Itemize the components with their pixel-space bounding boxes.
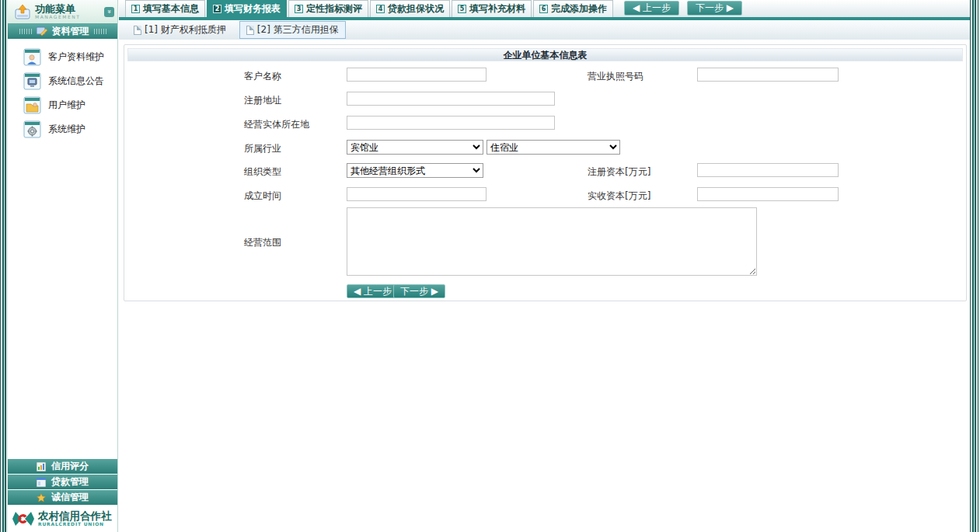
business-license-label: 营业执照号码 bbox=[588, 70, 643, 83]
tab-number-icon: 6 bbox=[539, 5, 548, 13]
tab-number-icon: 4 bbox=[376, 5, 385, 13]
org-logo-area: 农村信用合作社 RURALCREDIT UNION bbox=[8, 505, 117, 532]
entity-location-input[interactable] bbox=[347, 116, 555, 130]
sidebar-spacer bbox=[8, 141, 117, 458]
tab-qualitative-evaluation[interactable]: 3 定性指标测评 bbox=[288, 0, 368, 17]
user-folder-window-icon bbox=[23, 96, 41, 114]
subtab-label: [1] 财产权利抵质押 bbox=[145, 23, 226, 37]
sidebar-item-label: 系统维护 bbox=[48, 123, 85, 136]
business-license-input[interactable] bbox=[697, 68, 839, 82]
paidin-capital-input[interactable] bbox=[697, 187, 839, 201]
tab-number-icon: 1 bbox=[131, 5, 140, 13]
sidebar-menu: 客户资料维护 系统信息公告 用户维护 bbox=[8, 39, 117, 141]
subtab-property-rights-pledge[interactable]: [1] 财产权利抵质押 bbox=[127, 21, 233, 39]
founding-time-input[interactable] bbox=[347, 187, 487, 201]
sidebar-section-integrity-management[interactable]: 诚信管理 bbox=[8, 490, 117, 505]
tab-loan-guarantee-status[interactable]: 4 贷款担保状况 bbox=[370, 0, 450, 17]
next-step-button-bottom[interactable]: 下一步 ▶ bbox=[393, 284, 445, 298]
rural-credit-union-logo bbox=[12, 508, 35, 530]
collapse-chevron-icon[interactable]: » bbox=[104, 7, 114, 17]
function-menu-icon bbox=[14, 3, 31, 20]
form-title: 企业单位基本信息表 bbox=[127, 48, 963, 61]
edit-card-icon bbox=[37, 26, 47, 36]
sidebar-section-loan-management[interactable]: 贷款管理 bbox=[8, 475, 117, 489]
org-name: 农村信用合作社 bbox=[38, 510, 112, 522]
sidebar-item-system-maintenance[interactable]: 系统维护 bbox=[8, 117, 117, 141]
sidebar: 功能菜单 MANAGEMENT » 资料管理 客户资料维 bbox=[8, 0, 118, 532]
industry-category-select[interactable]: 宾馆业 bbox=[347, 140, 483, 155]
business-scope-textarea[interactable] bbox=[347, 207, 757, 276]
main-content: 1 填写基本信息 2 填写财务报表 3 定性指标测评 4 贷款担保状况 5 填写… bbox=[119, 0, 970, 532]
document-icon bbox=[246, 26, 254, 35]
sidebar-item-label: 用户维护 bbox=[48, 99, 85, 112]
tab-fill-basic-info[interactable]: 1 填写基本信息 bbox=[125, 0, 205, 17]
business-scope-label: 经营范围 bbox=[244, 236, 281, 249]
founding-time-label: 成立时间 bbox=[244, 190, 281, 203]
sidebar-item-label: 系统信息公告 bbox=[48, 75, 104, 88]
paidin-capital-label: 实收资本[万元] bbox=[588, 190, 650, 203]
industry-label: 所属行业 bbox=[244, 142, 281, 155]
tab-fill-financial-statements[interactable]: 2 填写财务报表 bbox=[207, 0, 287, 17]
industry-subcategory-select[interactable]: 住宿业 bbox=[487, 140, 620, 155]
guarantee-subtab-bar: [1] 财产权利抵质押 [2] 第三方信用担保 bbox=[119, 20, 970, 40]
monitor-window-icon bbox=[23, 72, 41, 90]
sidebar-item-customer-data-maintenance[interactable]: 客户资料维护 bbox=[8, 45, 117, 69]
wizard-tab-bar: 1 填写基本信息 2 填写财务报表 3 定性指标测评 4 贷款担保状况 5 填写… bbox=[119, 0, 970, 20]
subtab-label: [2] 第三方信用担保 bbox=[257, 23, 339, 37]
tab-label: 填写基本信息 bbox=[143, 2, 199, 16]
subtab-third-party-credit-guarantee[interactable]: [2] 第三方信用担保 bbox=[239, 21, 346, 39]
customer-name-label: 客户名称 bbox=[244, 70, 281, 83]
sidebar-subtitle: MANAGEMENT bbox=[35, 15, 100, 19]
tab-label: 完成添加操作 bbox=[551, 2, 607, 16]
tab-label: 贷款担保状况 bbox=[388, 2, 444, 16]
gear-window-icon bbox=[23, 120, 41, 138]
sidebar-item-system-announcements[interactable]: 系统信息公告 bbox=[8, 69, 117, 93]
app-window: 功能菜单 MANAGEMENT » 资料管理 客户资料维 bbox=[0, 0, 980, 532]
sidebar-section-label: 信用评分 bbox=[51, 460, 89, 473]
entity-location-label: 经营实体所在地 bbox=[244, 118, 309, 131]
sidebar-header: 功能菜单 MANAGEMENT » bbox=[8, 0, 117, 23]
registered-capital-label: 注册资本[万元] bbox=[588, 165, 650, 179]
sidebar-title: 功能菜单 bbox=[35, 4, 100, 14]
window-icon bbox=[37, 478, 46, 487]
tab-label: 填写财务报表 bbox=[225, 2, 281, 16]
next-step-button-top[interactable]: 下一步 ▶ bbox=[687, 1, 742, 16]
tab-number-icon: 3 bbox=[295, 5, 303, 13]
tab-number-icon: 2 bbox=[213, 5, 221, 13]
customer-window-icon bbox=[23, 48, 41, 66]
organization-type-label: 组织类型 bbox=[244, 165, 281, 179]
sidebar-section-data-management[interactable]: 资料管理 bbox=[8, 23, 117, 39]
left-decorative-border bbox=[0, 0, 8, 532]
tab-label: 填写补充材料 bbox=[469, 2, 525, 16]
customer-name-input[interactable] bbox=[347, 68, 487, 82]
dash-ornament bbox=[94, 29, 106, 34]
chart-icon bbox=[37, 462, 46, 471]
registered-capital-input[interactable] bbox=[697, 163, 839, 177]
registered-address-input[interactable] bbox=[347, 92, 555, 106]
registered-address-label: 注册地址 bbox=[244, 94, 281, 107]
right-decorative-border bbox=[970, 0, 980, 532]
enterprise-info-panel: 企业单位基本信息表 客户名称 营业执照号码 注册地址 经营实体所在地 所属行业 … bbox=[124, 44, 967, 301]
tab-complete-add-operation[interactable]: 6 完成添加操作 bbox=[533, 0, 613, 17]
prev-step-button-top[interactable]: ◀ 上一步 bbox=[624, 1, 679, 16]
document-icon bbox=[134, 26, 141, 35]
sidebar-item-label: 客户资料维护 bbox=[48, 50, 104, 64]
organization-type-select[interactable]: 其他经营组织形式 bbox=[347, 163, 483, 178]
sidebar-section-label: 贷款管理 bbox=[51, 475, 89, 489]
sidebar-section-credit-scoring[interactable]: 信用评分 bbox=[8, 459, 117, 474]
dash-ornament bbox=[19, 29, 32, 34]
tab-number-icon: 5 bbox=[458, 5, 466, 13]
sidebar-section-label: 诚信管理 bbox=[51, 491, 89, 504]
star-icon bbox=[37, 493, 46, 502]
tab-fill-supplementary-materials[interactable]: 5 填写补充材料 bbox=[452, 0, 532, 17]
prev-step-button-bottom[interactable]: ◀ 上一步 bbox=[347, 284, 399, 298]
sidebar-section-label: 资料管理 bbox=[52, 25, 89, 38]
sidebar-item-user-maintenance[interactable]: 用户维护 bbox=[8, 93, 117, 117]
enterprise-info-form: 客户名称 营业执照号码 注册地址 经营实体所在地 所属行业 宾馆业 住宿业 组织… bbox=[124, 64, 966, 297]
tab-label: 定性指标测评 bbox=[306, 2, 362, 16]
org-name-en: RURALCREDIT UNION bbox=[38, 521, 112, 527]
